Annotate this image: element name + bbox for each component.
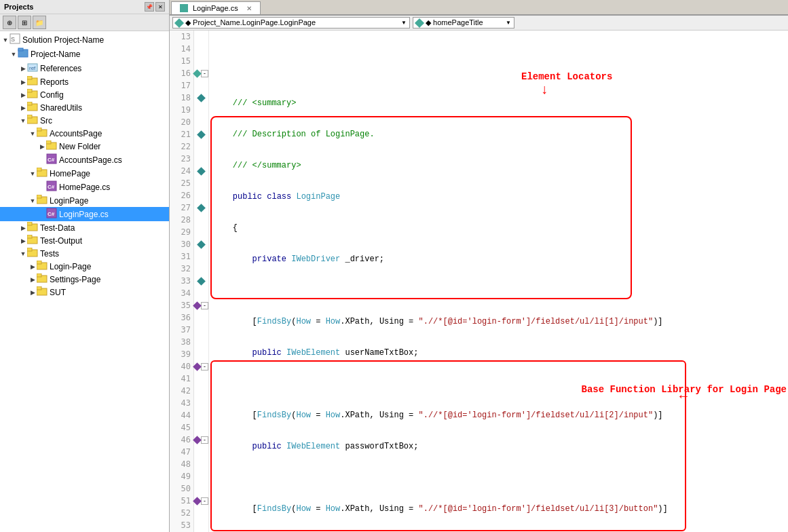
testdata-folder-icon <box>27 222 38 233</box>
expander-solution[interactable]: ▼ <box>1 36 10 44</box>
reports-folder-icon <box>27 76 38 88</box>
tree-item-loginpage-test[interactable]: ▶ Login-Page <box>0 260 169 273</box>
collapse-51[interactable]: - <box>201 497 208 505</box>
tree-item-testoutput[interactable]: ▶ Test-Output <box>0 234 169 247</box>
code-line-23: [FindsBy(How = How.XPath, Using = ".//*[… <box>213 409 788 421</box>
class-dropdown[interactable]: ◆ Project_Name.LoginPage.LoginPage ▼ <box>172 17 410 28</box>
tree-item-newfolder[interactable]: ▶ New Folder <box>0 140 169 153</box>
expander-testdata[interactable]: ▶ <box>19 224 27 232</box>
svg-rect-31 <box>27 235 32 238</box>
expander-config[interactable]: ▶ <box>19 91 27 99</box>
tab-icon <box>180 4 188 12</box>
expander-src[interactable]: ▼ <box>19 117 27 125</box>
expander-loginpage-folder[interactable]: ▼ <box>29 197 37 205</box>
tree-item-sharedutils-label: SharedUtils <box>40 103 82 113</box>
code-line-15: /// </summary> <box>213 159 788 172</box>
expander-project[interactable]: ▼ <box>10 50 18 58</box>
tree-item-reports[interactable]: ▶ Reports <box>0 75 169 88</box>
member-dropdown-icon <box>415 18 424 27</box>
sut-folder-icon <box>37 286 48 298</box>
diamond-teal-21 <box>197 130 206 139</box>
diamond-teal-33 <box>197 277 206 286</box>
expander-settingspage-test[interactable]: ▶ <box>29 276 37 284</box>
collapse-46[interactable]: - <box>201 436 208 444</box>
member-dropdown-value: ◆ homePageTitle <box>426 18 483 27</box>
collapse-16[interactable]: - <box>201 70 208 77</box>
tree-item-homepage[interactable]: ▼ HomePage <box>0 167 169 180</box>
loginpage-cs-icon: C# <box>46 208 57 221</box>
expander-homepage[interactable]: ▼ <box>29 170 37 178</box>
svg-text:C#: C# <box>48 211 55 217</box>
close-panel-icon[interactable]: ✕ <box>155 2 165 12</box>
tree-item-loginpage-cs[interactable]: ▶ C# LoginPage.cs <box>0 207 169 221</box>
tree-item-src[interactable]: ▼ Src <box>0 114 169 127</box>
expander-loginpage-test[interactable]: ▶ <box>29 263 37 271</box>
tree-item-accountspage[interactable]: ▼ AccountsPage <box>0 127 169 140</box>
solution-icon: S <box>10 33 20 46</box>
tree-item-sut[interactable]: ▶ SUT <box>0 286 169 299</box>
tree-item-project[interactable]: ▼ Project-Name <box>0 47 169 61</box>
tree-item-references[interactable]: ▶ ref References <box>0 61 169 75</box>
tree-item-testdata-label: Test-Data <box>40 223 75 233</box>
settingspage-test-folder-icon <box>37 273 48 285</box>
tab-bar: LoginPage.cs ✕ <box>170 0 788 16</box>
config-folder-icon <box>27 89 38 100</box>
tree-item-config[interactable]: ▶ Config <box>0 88 169 101</box>
svg-text:C#: C# <box>48 157 55 163</box>
tree-item-loginpage-folder[interactable]: ▼ LoginPage <box>0 194 169 207</box>
tree-item-solution[interactable]: ▼ S Solution Project-Name <box>0 33 169 47</box>
code-text[interactable]: Element Locators ↓ Base Function Library… <box>209 31 788 532</box>
expander-references[interactable]: ▶ <box>19 64 27 73</box>
collapse-35[interactable]: - <box>201 302 208 309</box>
expander-newfolder[interactable]: ▶ <box>38 142 46 151</box>
toolbar-icon-3[interactable]: 📁 <box>33 16 46 29</box>
loginpage-tab[interactable]: LoginPage.cs ✕ <box>171 1 261 14</box>
expander-accountspage[interactable]: ▼ <box>29 130 37 138</box>
tab-label: LoginPage.cs <box>193 4 238 12</box>
expander-reports[interactable]: ▶ <box>19 78 27 86</box>
tree-item-settingspage-test[interactable]: ▶ Settings-Page <box>0 273 169 286</box>
code-line-13: /// <summary> <box>213 97 788 109</box>
tree-item-settingspage-test-label: Settings-Page <box>50 275 100 284</box>
code-line-18: private IWebDriver _driver; <box>213 253 788 265</box>
code-line-19 <box>213 284 788 297</box>
toolbar-icon-2[interactable]: ⊞ <box>18 16 31 29</box>
diamond-purple-35 <box>193 301 202 310</box>
line-numbers: 13 14 15 16 17 18 19 20 21 22 23 24 25 2… <box>170 31 194 532</box>
tree-item-accountspage-cs[interactable]: ▶ C# AccountsPage.cs <box>0 153 169 167</box>
code-line-17: { <box>213 222 788 234</box>
expander-tests[interactable]: ▼ <box>19 250 27 258</box>
tree-item-homepage-label: HomePage <box>50 169 90 178</box>
diamond-teal-30 <box>197 240 206 249</box>
tree-item-accountspage-label: AccountsPage <box>50 129 102 138</box>
tree-item-sharedutils[interactable]: ▶ SharedUtils <box>0 101 169 114</box>
code-line-16: public class LoginPage <box>213 191 788 203</box>
svg-rect-15 <box>37 128 41 131</box>
tree-item-tests[interactable]: ▼ Tests <box>0 247 169 260</box>
member-dropdown-arrow: ▼ <box>506 20 511 26</box>
code-margin: - <box>194 31 209 532</box>
tree-item-loginpage-folder-label: LoginPage <box>50 196 88 206</box>
collapse-40[interactable]: - <box>201 363 208 370</box>
tree-item-testdata[interactable]: ▶ Test-Data <box>0 221 169 234</box>
panel-title: Projects <box>4 3 33 11</box>
tree-item-homepage-cs[interactable]: ▶ C# HomePage.cs <box>0 180 169 194</box>
svg-rect-17 <box>46 140 51 144</box>
tree-item-project-label: Project-Name <box>31 50 80 59</box>
tree-item-solution-label: Solution Project-Name <box>22 35 104 45</box>
expander-sharedutils[interactable]: ▶ <box>19 104 27 112</box>
tree-item-tests-label: Tests <box>40 249 59 259</box>
pin-icon[interactable]: 📌 <box>145 2 154 12</box>
diamond-purple-46 <box>193 436 202 444</box>
code-toolbar: ◆ Project_Name.LoginPage.LoginPage ▼ ◆ h… <box>170 16 788 31</box>
svg-rect-25 <box>37 195 41 198</box>
src-folder-icon <box>27 115 38 126</box>
expander-sut[interactable]: ▶ <box>29 288 37 297</box>
expander-testoutput[interactable]: ▶ <box>19 237 27 245</box>
tab-close-icon[interactable]: ✕ <box>246 5 252 12</box>
toolbar-icon-1[interactable]: ⊕ <box>3 16 16 29</box>
diamond-green-16 <box>193 69 202 78</box>
panel-icons: 📌 ✕ <box>145 2 165 12</box>
member-dropdown[interactable]: ◆ homePageTitle ▼ <box>413 17 514 28</box>
base-function-arrow: ← <box>679 389 688 404</box>
